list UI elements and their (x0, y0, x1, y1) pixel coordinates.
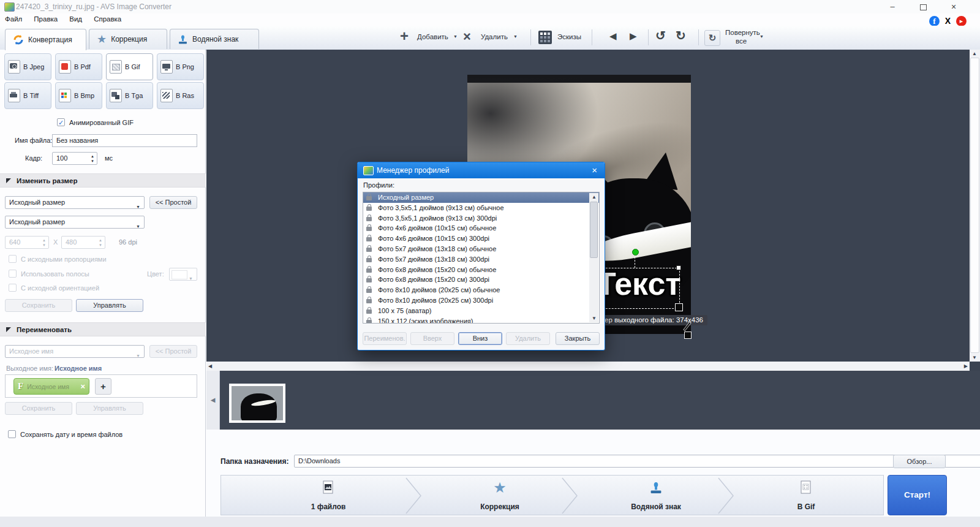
thumbnails-icon[interactable] (538, 30, 552, 45)
rotate-all-label1[interactable]: Повернуть (725, 29, 760, 36)
menu-file[interactable]: Файл (5, 15, 22, 23)
destination-select[interactable]: D:\Downloads▼ (294, 455, 980, 468)
scroll-right-icon[interactable]: ▶ (964, 363, 968, 369)
step-correction[interactable]: ★ Коррекция (417, 476, 582, 516)
youtube-icon[interactable]: ▶ (956, 16, 967, 26)
format-bmp-button[interactable]: В Bmp (55, 82, 102, 109)
profile-item[interactable]: Фото 4x6 дюймов (10x15 см) обычное (363, 223, 599, 233)
menu-view[interactable]: Вид (69, 15, 82, 23)
facebook-icon[interactable]: f (929, 16, 940, 26)
scrollbar-thumb[interactable] (970, 58, 979, 353)
height-spinner[interactable]: 480▲▼ (61, 236, 105, 249)
scroll-left-icon[interactable]: ◀ (208, 363, 212, 369)
format-png-button[interactable]: В Png (157, 53, 204, 80)
add-icon[interactable]: + (400, 28, 409, 45)
filename-input[interactable]: Без названия (52, 134, 197, 147)
start-button[interactable]: Старт! (888, 475, 947, 515)
animated-gif-checkbox[interactable]: ✓ (57, 118, 65, 126)
remove-icon[interactable]: × (463, 29, 471, 45)
rotate-right-icon[interactable]: ↻ (676, 28, 686, 43)
rotate-all-icon[interactable]: ↻ (704, 30, 720, 46)
menu-help[interactable]: Справка (94, 15, 121, 23)
frame-spinner[interactable]: 100▲▼ (52, 152, 97, 165)
step-format[interactable]: В Gif (729, 476, 883, 516)
profile-item[interactable]: Фото 3,5x5,1 дюймов (9x13 см) обычное (363, 203, 599, 213)
add-tag-button[interactable]: + (95, 378, 111, 395)
dialog-rename-button[interactable]: Переименов. (363, 332, 407, 345)
rotate-left-icon[interactable]: ↺ (655, 28, 666, 43)
resize-save-button[interactable]: Сохранить (5, 299, 72, 312)
step-files[interactable]: 1 файлов (246, 476, 411, 516)
remove-button[interactable]: Удалить (481, 33, 508, 40)
remove-dropdown-icon[interactable]: ▼ (513, 34, 518, 39)
step-watermark[interactable]: Водяной знак (573, 476, 739, 516)
rename-section-header[interactable]: Переименовать (0, 322, 206, 336)
rename-preset-select[interactable]: Исходное имя▼ (5, 345, 145, 358)
keep-orientation-checkbox[interactable] (9, 284, 17, 292)
profile-item[interactable]: Фото 6x8 дюймов (15x20 см) 300dpi (363, 275, 599, 285)
profile-item[interactable]: Фото 8x10 дюймов (20x25 см) обычное (363, 285, 599, 295)
width-spinner[interactable]: 640▲▼ (5, 236, 49, 249)
use-bands-checkbox[interactable] (9, 270, 17, 278)
format-tga-button[interactable]: В Tga (106, 82, 153, 109)
next-image-icon[interactable]: ▶ (630, 31, 637, 42)
profile-item[interactable]: Фото 6x8 дюймов (15x20 см) обычное (363, 265, 599, 275)
profile-item[interactable]: Фото 5x7 дюймов (13x18 см) обычное (363, 244, 599, 254)
minimize-button[interactable]: – (880, 0, 905, 13)
tab-watermark[interactable]: Водяной знак (170, 29, 259, 49)
add-dropdown-icon[interactable]: ▼ (453, 34, 458, 39)
format-pdf-button[interactable]: В Pdf (55, 53, 102, 80)
profile-item[interactable]: Исходный размер (363, 192, 599, 203)
menu-edit[interactable]: Правка (34, 15, 58, 23)
spin-up-icon[interactable]: ▲ (99, 238, 102, 242)
profile-item[interactable]: 150 x 112 (эскиз изображения) (363, 316, 599, 324)
spin-down-icon[interactable]: ▼ (42, 243, 46, 247)
watermark-selection-box[interactable] (600, 268, 680, 309)
band-color-select[interactable]: ▼ (169, 268, 197, 281)
keep-proportions-checkbox[interactable] (9, 255, 17, 263)
scroll-down-icon[interactable]: ▼ (592, 316, 597, 321)
tab-conversion[interactable]: Конвертация (5, 29, 86, 50)
dialog-title-bar[interactable]: Менеджер профилей × (358, 162, 605, 178)
resize-handle-bottom-right[interactable] (675, 303, 683, 311)
dialog-up-button[interactable]: Вверх (410, 332, 454, 345)
vertical-scrollbar[interactable]: ▲ ▼ (970, 50, 980, 362)
resize-preset2-select[interactable]: Исходный размер▼ (5, 216, 145, 229)
scroll-up-icon[interactable]: ▲ (972, 51, 977, 56)
x-icon[interactable]: X (943, 16, 953, 26)
resize-preset-select[interactable]: Исходный размер▼ (5, 196, 145, 209)
tag-close-icon[interactable]: × (80, 382, 85, 391)
profile-item[interactable]: 100 x 75 (аватар) (363, 306, 599, 316)
scroll-up-icon[interactable]: ▲ (592, 194, 597, 200)
close-button[interactable]: × (941, 0, 966, 13)
scrollbar-thumb[interactable] (590, 202, 598, 258)
rename-save-button[interactable]: Сохранить (5, 402, 72, 415)
rotate-all-label2[interactable]: все (736, 37, 747, 45)
horizontal-scrollbar[interactable]: ◀ ▶ (206, 362, 970, 371)
format-tiff-button[interactable]: В Tiff (4, 82, 51, 109)
format-jpeg-button[interactable]: В Jpeg (4, 53, 51, 80)
rename-simple-button[interactable]: << Простой (149, 345, 197, 358)
spin-up-icon[interactable]: ▲ (91, 154, 94, 158)
spin-up-icon[interactable]: ▲ (42, 238, 46, 242)
keep-date-checkbox[interactable] (8, 430, 16, 438)
spin-down-icon[interactable]: ▼ (91, 159, 94, 163)
add-button[interactable]: Добавить (417, 33, 448, 40)
profile-item[interactable]: Фото 5x7 дюймов (13x18 см) 300dpi (363, 254, 599, 265)
list-scrollbar[interactable]: ▲ ▼ (589, 193, 598, 322)
resize-manage-button[interactable]: Управлять (76, 299, 143, 312)
dialog-close-icon[interactable]: × (592, 162, 597, 178)
rotate-all-dropdown-icon[interactable]: ▼ (760, 34, 764, 39)
prev-image-icon[interactable]: ◀ (609, 31, 617, 42)
scroll-down-icon[interactable]: ▼ (972, 355, 977, 360)
thumbnail-item[interactable] (229, 384, 285, 423)
profile-item[interactable]: Фото 8x10 дюймов (20x25 см) 300dpi (363, 295, 599, 306)
resize-handle-top-right[interactable] (676, 265, 681, 270)
dialog-down-button[interactable]: Вниз (458, 332, 502, 345)
format-ras-button[interactable]: В Ras (157, 82, 204, 109)
browse-button[interactable]: Обзор... (893, 455, 946, 468)
filmstrip-prev-button[interactable]: ◀ (206, 371, 220, 430)
profile-item[interactable]: Фото 4x6 дюймов (10x15 см) 300dpi (363, 233, 599, 244)
resize-simple-button[interactable]: << Простой (149, 196, 197, 209)
spin-down-icon[interactable]: ▼ (99, 243, 102, 247)
